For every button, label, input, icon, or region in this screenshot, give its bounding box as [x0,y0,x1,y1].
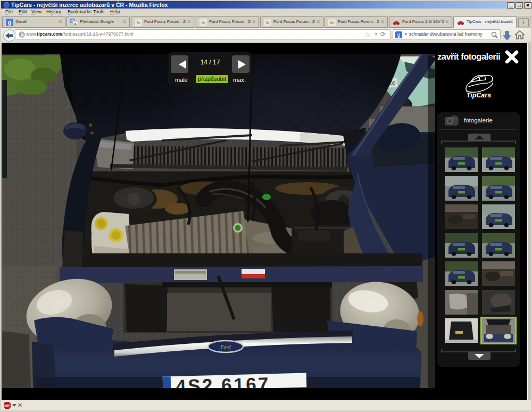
svg-text:fo: fo [137,21,140,24]
svg-text:ABP: ABP [4,404,11,407]
svg-text:Ford: Ford [220,344,231,350]
svg-text:fo: fo [266,21,269,24]
svg-text:TipCars: TipCars [467,92,491,99]
svg-text:4S2 6167: 4S2 6167 [176,373,271,388]
svg-text:A: A [74,22,77,27]
svg-text:fo: fo [330,21,334,24]
svg-text:fo: fo [202,21,205,24]
